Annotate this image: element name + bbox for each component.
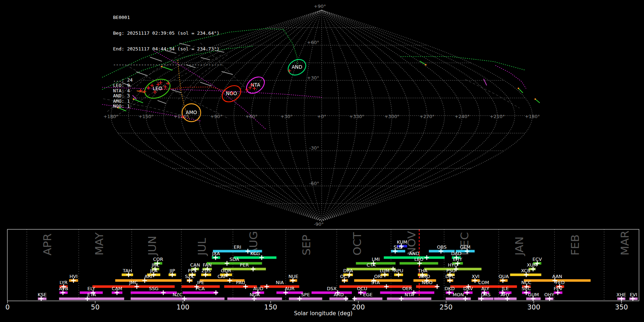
shower-label-IPE: IPE bbox=[197, 280, 204, 285]
shower-peak-NIA bbox=[264, 284, 269, 289]
shower-peak-NZC bbox=[182, 297, 187, 301]
radiant-drift-curve bbox=[496, 65, 526, 88]
info-panel: BE0001 Beg: 20251117 02:39:05 (sol = 234… bbox=[113, 5, 222, 114]
shower-label-CAM: CAM bbox=[112, 286, 122, 291]
x-tick-label: 50 bbox=[91, 303, 99, 311]
shower-label-OCT: OCT bbox=[340, 274, 350, 279]
fov-line bbox=[465, 79, 519, 108]
shower-label-AND: AND bbox=[409, 251, 419, 256]
shower-label-ETA: ETA bbox=[87, 292, 96, 297]
shower-label-PSU: PSU bbox=[446, 268, 455, 273]
shower-label-FED: FED bbox=[556, 280, 565, 285]
radiant-label-AND: AND bbox=[292, 64, 302, 70]
longitude-label: +150° bbox=[138, 114, 153, 119]
shower-label-EHY: EHY bbox=[453, 257, 462, 262]
shower-label-CAN: CAN bbox=[190, 262, 200, 268]
shower-label-ARD: ARD bbox=[334, 292, 344, 297]
month-label-FEB: FEB bbox=[569, 234, 581, 255]
shower-label-ERI: ERI bbox=[234, 244, 241, 250]
shower-bar-ARI bbox=[115, 279, 181, 282]
shower-label-NCC: NCC bbox=[521, 280, 531, 285]
shower-label-XUM: XUM bbox=[527, 262, 537, 268]
activity-timeline: APRMAYJUNJULAUGSEPOCTNOVDECJANFEBMARKUME… bbox=[5, 229, 639, 317]
shower-label-AMO: AMO bbox=[419, 274, 430, 279]
count-line: AMO: 1 bbox=[113, 99, 222, 104]
shower-label-COR: COR bbox=[153, 257, 163, 262]
month-label-SEP: SEP bbox=[300, 235, 313, 255]
shower-label-DAD: DAD bbox=[451, 251, 462, 256]
shower-label-NZC: NZC bbox=[172, 292, 182, 297]
shower-label-ARI: ARI bbox=[145, 274, 152, 279]
station-id: BE0001 bbox=[113, 15, 222, 20]
radiant-drift-curve bbox=[401, 57, 525, 70]
shower-label-SDA: SDA bbox=[229, 257, 239, 262]
longitude-label: +210° bbox=[490, 114, 505, 119]
shower-label-MON: MON bbox=[453, 292, 464, 297]
shower-label-SCC: SCC bbox=[522, 286, 531, 291]
meteor-trail bbox=[484, 79, 487, 85]
shower-label-PAU: PAU bbox=[236, 280, 245, 285]
plot-canvas: +180°+150°+120°+90°+60°+30°+0°+330°+300°… bbox=[0, 0, 644, 322]
longitude-label: +90° bbox=[210, 114, 223, 119]
pole-top-label: +90° bbox=[314, 4, 326, 9]
shower-label-AHY: AHY bbox=[501, 292, 510, 297]
month-label-JAN: JAN bbox=[513, 236, 526, 256]
shower-bar-SSG bbox=[131, 292, 177, 294]
x-tick-label: 200 bbox=[352, 303, 365, 311]
shower-label-AAN: AAN bbox=[552, 274, 562, 279]
shower-label-JRC: JRC bbox=[151, 262, 159, 268]
meteor-trail bbox=[222, 72, 233, 74]
latitude-label: -30° bbox=[309, 145, 319, 151]
shower-label-COM: COM bbox=[478, 280, 489, 285]
end-time: End: 20251117 04:44:34 (sol = 234.73°) bbox=[113, 47, 222, 52]
shower-peak-STA bbox=[384, 284, 389, 289]
shower-bar-ETA bbox=[59, 298, 124, 300]
count-line: LEO: 9 bbox=[113, 83, 222, 88]
month-label-MAR: MAR bbox=[618, 231, 631, 256]
shower-label-JLE: JLE bbox=[502, 286, 509, 291]
shower-bar-AUR bbox=[277, 292, 303, 294]
shower-label-GDR: GDR bbox=[221, 268, 231, 273]
x-tick-label: 350 bbox=[615, 303, 628, 311]
x-axis-title: Solar longitude (deg) bbox=[294, 310, 353, 317]
shower-label-XHE: XHE bbox=[616, 292, 626, 297]
shower-bar-JMC bbox=[92, 286, 175, 288]
shower-peak-CAP bbox=[228, 278, 232, 283]
shower-label-EGE: EGE bbox=[363, 292, 373, 297]
shower-label-KCG: KCG bbox=[250, 251, 260, 256]
shower-label-FEV: FEV bbox=[554, 286, 563, 291]
shower-label-AUD: AUD bbox=[253, 286, 263, 291]
month-label-OCT: OCT bbox=[351, 232, 364, 255]
shower-label-KUM: KUM bbox=[397, 239, 407, 245]
shower-label-ORI: ORI bbox=[374, 274, 382, 279]
shower-label-HYD: HYD bbox=[448, 262, 458, 268]
shower-label-DRA: DRA bbox=[343, 268, 353, 273]
radiant-label-NOO: NOO bbox=[226, 91, 237, 96]
shower-label-SPE: SPE bbox=[301, 292, 310, 297]
shower-bar-STA bbox=[340, 286, 412, 288]
count-line: ...: 24 bbox=[113, 78, 222, 83]
shower-label-HVI: HVI bbox=[69, 274, 78, 279]
shower-label-XVI: XVI bbox=[472, 274, 480, 279]
longitude-label: +180° bbox=[525, 114, 540, 119]
shower-label-JEA: JEA bbox=[150, 268, 157, 273]
shower-label-SSG: SSG bbox=[149, 286, 158, 291]
count-line: NOO: 1 bbox=[113, 104, 222, 109]
shower-bar-EGE bbox=[353, 298, 382, 300]
shower-label-PCA: PCA bbox=[195, 286, 205, 291]
shower-label-JMC: JMC bbox=[129, 280, 138, 285]
pole-bottom-label: -90° bbox=[314, 221, 324, 227]
shower-peak-NOO bbox=[435, 284, 439, 289]
month-label-JUN: JUN bbox=[146, 236, 158, 256]
x-tick-label: 150 bbox=[264, 303, 277, 311]
shower-label-CTA: CTA bbox=[367, 262, 376, 268]
longitude-label: +240° bbox=[455, 114, 470, 119]
shower-label-ZCS: ZCS bbox=[201, 268, 211, 273]
shower-label-LMI: LMI bbox=[372, 257, 380, 262]
shower-label-OHY: OHY bbox=[544, 292, 554, 297]
shower-label-DKD: DKD bbox=[445, 286, 455, 291]
shower-label-GEM: GEM bbox=[460, 244, 470, 250]
meteor-marker bbox=[245, 88, 249, 92]
latitude-label: +60° bbox=[307, 40, 319, 45]
x-tick-label: 250 bbox=[440, 303, 453, 311]
